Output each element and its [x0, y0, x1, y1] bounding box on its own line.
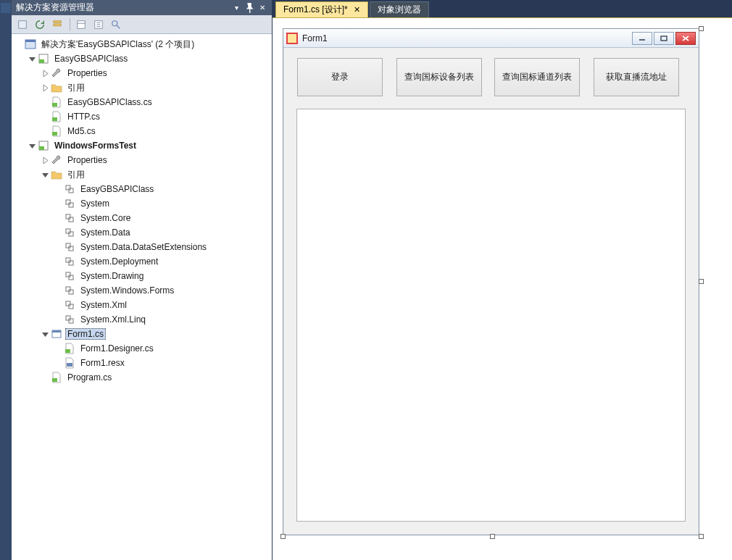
tree-item-cs-file[interactable]: HTTP.cs [13, 109, 270, 124]
svg-rect-30 [66, 272, 70, 277]
svg-rect-31 [69, 275, 73, 280]
tree-item-cs-file[interactable]: Md5.cs [13, 124, 270, 138]
close-button[interactable] [675, 32, 696, 45]
button-login[interactable]: 登录 [297, 58, 383, 96]
svg-rect-19 [69, 188, 73, 193]
svg-rect-17 [39, 146, 44, 150]
minimize-button[interactable] [632, 32, 652, 45]
tab-object-browser[interactable]: 对象浏览器 [370, 1, 429, 17]
tree-item-resx-file[interactable]: Form1.resx [13, 356, 270, 370]
tree-item-cs-file[interactable]: Form1.Designer.cs [13, 341, 270, 356]
form-client-area[interactable]: 登录 查询国标设备列表 查询国标通道列表 获取直播流地址 [286, 51, 696, 532]
toolbar-refresh-icon[interactable] [32, 17, 48, 33]
tree-item-reference[interactable]: System.Drawing [13, 269, 270, 283]
resize-handle[interactable] [699, 26, 704, 31]
resize-handle[interactable] [280, 534, 286, 539]
button-query-channels[interactable]: 查询国标通道列表 [494, 58, 580, 96]
tree-item-references[interactable]: 引用 [13, 167, 270, 182]
resize-handle[interactable] [699, 534, 704, 539]
tree-item-cs-file[interactable]: Program.cs [13, 370, 270, 385]
csproj-icon [38, 140, 49, 151]
expander-icon[interactable] [28, 54, 36, 63]
tree-item-reference[interactable]: System.Xml.Linq [13, 312, 270, 327]
svg-rect-27 [69, 246, 73, 251]
svg-rect-22 [66, 214, 70, 219]
close-icon[interactable]: ✕ [354, 5, 360, 14]
panel-pin-icon[interactable] [244, 3, 254, 13]
solution-node[interactable]: 解决方案'EasyGBSAPIClass' (2 个项目) [13, 37, 270, 51]
tree-item-reference[interactable]: System.Data.DataSetExtensions [13, 240, 270, 254]
project-windowsformstest[interactable]: WindowsFormsTest [13, 138, 270, 153]
solution-explorer-panel: 解决方案资源管理器 ▾ ✕ 解决方案'EasyGBSAPIClass' (2 个… [12, 0, 273, 560]
cs-file-icon [51, 125, 62, 137]
expander-icon[interactable] [41, 83, 49, 92]
tree-item-label: System.Xml [78, 299, 129, 311]
tree-item-label: Form1.resx [78, 357, 127, 369]
wrench-icon [51, 154, 62, 166]
svg-rect-29 [69, 261, 73, 265]
tree-item-reference[interactable]: System.Deployment [13, 254, 270, 269]
tree-item-label: System.Core [78, 212, 133, 224]
panel-close-icon[interactable]: ✕ [257, 3, 267, 13]
tree-item-properties[interactable]: Properties [13, 153, 270, 167]
tree-item-references[interactable]: 引用 [13, 80, 270, 95]
tab-label: 对象浏览器 [378, 4, 421, 16]
tree-item-label: Form1.Designer.cs [78, 343, 156, 354]
svg-rect-24 [66, 229, 70, 233]
tab-form1-design[interactable]: Form1.cs [设计]* ✕ [275, 1, 368, 17]
designer-surface[interactable]: Form1 登录 查询国标设备列表 查询国标通道列表 获取直播流地址 [273, 17, 732, 560]
resize-handle[interactable] [490, 534, 495, 539]
tree-item-label: System [78, 198, 112, 209]
tree-item-label: System.Deployment [78, 256, 160, 267]
left-dock-strip[interactable] [0, 0, 12, 560]
toolbar-viewcode-icon[interactable] [108, 17, 124, 33]
tree-item-cs-file[interactable]: EasyGBSAPIClass.cs [13, 95, 270, 109]
toolbar-separator [70, 18, 70, 31]
toolbar-properties-icon[interactable] [73, 17, 89, 33]
reference-icon [64, 285, 75, 296]
tree-item-reference[interactable]: System [13, 196, 270, 211]
expander-icon[interactable] [41, 69, 49, 78]
expander-icon[interactable] [28, 141, 36, 150]
tree-item-form1[interactable]: Form1.cs [13, 327, 270, 341]
tree-item-label: Md5.cs [65, 125, 98, 137]
tree-item-label: WindowsFormsTest [52, 140, 138, 151]
tree-item-reference[interactable]: System.Windows.Forms [13, 283, 270, 298]
document-tab-strip: Form1.cs [设计]* ✕ 对象浏览器 [273, 0, 732, 17]
output-panel[interactable] [296, 109, 686, 522]
panel-dropdown-icon[interactable]: ▾ [231, 3, 241, 13]
tree-item-reference[interactable]: System.Data [13, 225, 270, 240]
solution-explorer-header[interactable]: 解决方案资源管理器 ▾ ✕ [12, 0, 272, 15]
tree-item-reference[interactable]: EasyGBSAPIClass [13, 182, 270, 196]
button-label: 查询国标通道列表 [502, 71, 572, 83]
svg-rect-28 [66, 258, 70, 262]
svg-rect-10 [25, 40, 36, 42]
tree-item-label: Properties [65, 67, 109, 79]
winform-titlebar[interactable]: Form1 [283, 29, 699, 48]
toolbar-collapse-icon[interactable] [49, 17, 65, 33]
toolbar-showall-icon[interactable] [91, 17, 107, 33]
expander-icon[interactable] [41, 156, 49, 164]
toolbar-home-icon[interactable] [14, 17, 30, 33]
solution-tree[interactable]: 解决方案'EasyGBSAPIClass' (2 个项目) EasyGBSAPI… [12, 34, 272, 560]
tree-item-label: EasyGBSAPIClass [52, 53, 130, 64]
tree-item-reference[interactable]: System.Core [13, 211, 270, 225]
tree-item-reference[interactable]: System.Xml [13, 298, 270, 312]
cs-file-icon [64, 343, 75, 354]
svg-rect-39 [52, 330, 61, 333]
expander-icon[interactable] [41, 170, 49, 179]
winform-form1[interactable]: Form1 登录 查询国标设备列表 查询国标通道列表 获取直播流地址 [283, 28, 699, 535]
svg-rect-25 [69, 232, 73, 236]
svg-rect-33 [69, 290, 73, 294]
tree-item-properties[interactable]: Properties [13, 66, 270, 80]
maximize-button[interactable] [654, 32, 674, 45]
resize-handle[interactable] [699, 279, 704, 284]
button-get-stream[interactable]: 获取直播流地址 [594, 58, 679, 96]
expander-icon[interactable] [41, 330, 49, 338]
project-easygbsapiclass[interactable]: EasyGBSAPIClass [13, 51, 270, 66]
button-query-devices[interactable]: 查询国标设备列表 [396, 58, 482, 96]
svg-rect-15 [52, 132, 57, 135]
tree-item-label: System.Data [78, 227, 133, 238]
reference-icon [64, 183, 75, 195]
document-area: Form1.cs [设计]* ✕ 对象浏览器 Form1 登录 查询国标设备列表… [273, 0, 732, 560]
